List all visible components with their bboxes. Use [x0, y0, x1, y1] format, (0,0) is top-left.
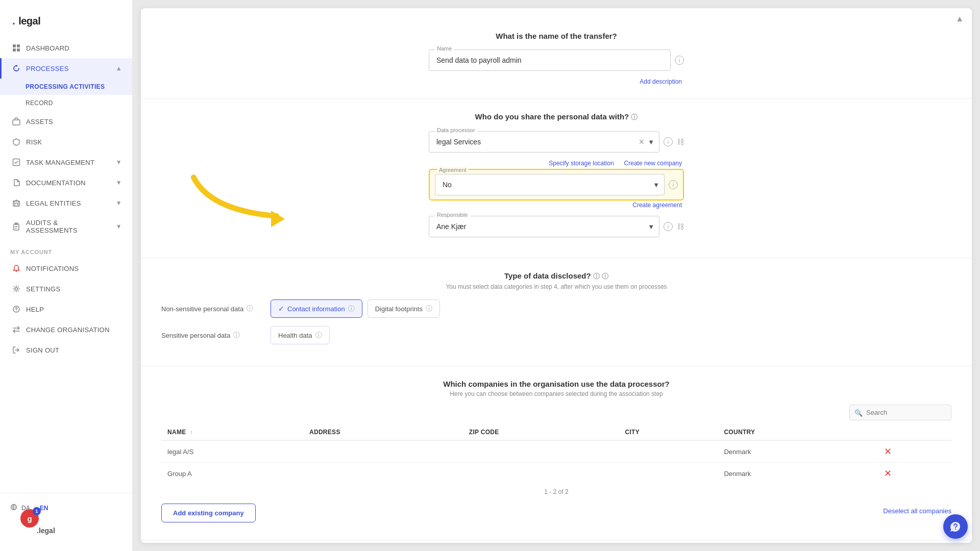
responsible-info-icon[interactable]: i	[664, 222, 673, 231]
company-zip	[463, 440, 619, 463]
chip-digital-footprints[interactable]: Digital footprints ⓘ	[368, 299, 440, 318]
company-zip	[463, 463, 619, 485]
sort-icon: ↑	[190, 429, 193, 435]
svg-point-8	[16, 271, 17, 272]
company-address	[303, 463, 463, 485]
data-type-title: Type of data disclosed? ⓘ ⓘ	[161, 271, 951, 281]
delete-icon[interactable]: ✕	[884, 468, 892, 479]
table-row: legal A/S Denmark ✕	[161, 440, 951, 463]
specify-storage-link[interactable]: Specify storage location	[549, 160, 614, 167]
responsible-select[interactable]: Ane Kjær	[429, 216, 659, 237]
col-city: CITY	[619, 424, 718, 440]
name-label: Name	[435, 45, 454, 52]
sidebar-item-label: LEGAL ENTITIES	[26, 199, 81, 207]
grid-icon	[12, 43, 21, 53]
add-description-link[interactable]: Add description	[429, 78, 684, 85]
data-processor-input[interactable]	[429, 131, 659, 153]
chip-contact-info[interactable]: ✓ Contact information ⓘ	[271, 299, 362, 318]
name-info-icon[interactable]: i	[675, 56, 684, 65]
chevron-down-icon[interactable]: ▼	[648, 223, 654, 231]
clear-icon[interactable]: ✕	[639, 138, 645, 146]
company-name: legal A/S	[161, 440, 303, 463]
sidebar-item-change-org[interactable]: CHANGE ORGANISATION	[0, 319, 132, 340]
delete-icon[interactable]: ✕	[884, 446, 892, 457]
data-type-info[interactable]: ⓘ	[593, 272, 600, 280]
sidebar-item-legal-entities[interactable]: LEGAL ENTITIES ▼	[0, 193, 132, 213]
data-processor-group: Data processor ✕ ▼ i ⛓	[429, 131, 684, 153]
companies-table: NAME ↑ ADDRESS ZIP CODE CITY COUNTRY leg…	[161, 424, 951, 484]
agreement-select[interactable]: No Yes	[435, 174, 665, 195]
processor-info-icon[interactable]: i	[664, 137, 673, 146]
file-icon	[12, 178, 21, 187]
company-address	[303, 440, 463, 463]
collapse-button[interactable]: ▲	[955, 14, 964, 23]
sidebar-item-label: ASSETS	[26, 118, 53, 126]
create-new-link[interactable]: Create new company	[624, 160, 682, 167]
sidebar-item-processing-activities[interactable]: PROCESSING ACTIVITIES	[0, 79, 132, 95]
chevron-down-icon[interactable]: ▼	[648, 138, 654, 146]
svg-rect-7	[14, 224, 19, 230]
sidebar-item-label: SIGN OUT	[26, 346, 59, 354]
chevron-down-icon[interactable]: ▼	[653, 181, 659, 189]
companies-title: Which companies in the organisation use …	[161, 380, 951, 388]
create-agreement-link[interactable]: Create agreement	[429, 202, 684, 209]
name-input[interactable]	[429, 49, 671, 71]
sidebar-item-help[interactable]: HELP	[0, 299, 132, 319]
sidebar-item-label: SETTINGS	[26, 285, 60, 293]
sidebar-item-risk[interactable]: RISK	[0, 132, 132, 152]
swap-icon	[12, 325, 21, 334]
svg-rect-1	[17, 44, 20, 47]
col-name[interactable]: NAME ↑	[161, 424, 303, 440]
user-avatar[interactable]: g 1	[20, 509, 39, 528]
main-content: ▲ What is the name of the transfer? Name…	[133, 0, 980, 551]
sidebar-sub-label: RECORD	[26, 99, 53, 107]
share-title-info[interactable]: ⓘ	[631, 113, 638, 121]
sidebar-item-processes[interactable]: PROCESSES ▲	[0, 58, 132, 79]
deselect-all-link[interactable]: Deselect all companies	[883, 507, 951, 515]
sidebar-item-sign-out[interactable]: SIGN OUT	[0, 340, 132, 360]
svg-point-11	[16, 311, 17, 312]
globe-icon	[10, 504, 17, 512]
company-delete[interactable]: ✕	[878, 440, 951, 463]
chip-info-icon[interactable]: ⓘ	[426, 304, 432, 313]
sidebar-item-documentation[interactable]: DOCUMENTATION ▼	[0, 172, 132, 193]
company-city	[619, 440, 718, 463]
add-existing-company-button[interactable]: Add existing company	[161, 504, 256, 522]
sidebar-bottom: DA | EN g 1 .legal	[0, 493, 132, 551]
responsible-link-icon[interactable]: ⛓	[677, 222, 684, 231]
company-delete[interactable]: ✕	[878, 463, 951, 485]
lang-en[interactable]: EN	[40, 505, 48, 512]
company-city	[619, 463, 718, 485]
col-country: COUNTRY	[718, 424, 878, 440]
building-icon	[12, 198, 21, 208]
non-sensitive-info[interactable]: ⓘ	[247, 304, 253, 313]
processor-sub-links: Specify storage location Create new comp…	[429, 160, 684, 167]
sidebar-nav: DASHBOARD PROCESSES ▲ PROCESSING ACTIVIT…	[0, 38, 132, 493]
chip-info-icon[interactable]: ⓘ	[348, 304, 355, 313]
responsible-input-wrapper: Ane Kjær ▼	[429, 216, 659, 237]
pagination: 1 - 2 of 2	[161, 484, 951, 499]
agreement-group: Agreement No Yes ▼	[429, 169, 684, 201]
sidebar: . legal DASHBOARD PROCESSES ▲ PROCESSING…	[0, 0, 133, 551]
agreement-label: Agreement	[437, 167, 469, 173]
sidebar-item-task-management[interactable]: TASK MANAGEMENT ▼	[0, 152, 132, 172]
sidebar-item-record[interactable]: RECORD	[0, 95, 132, 111]
sensitive-info[interactable]: ⓘ	[233, 331, 240, 340]
sidebar-item-audits[interactable]: AUDITS & ASSESSMENTS ▼	[0, 213, 132, 240]
processor-link-icon[interactable]: ⛓	[677, 138, 684, 146]
company-search-input[interactable]	[849, 405, 951, 420]
chevron-down-icon: ▼	[116, 159, 122, 166]
sidebar-item-assets[interactable]: ASSETS	[0, 111, 132, 132]
bell-icon	[12, 264, 21, 273]
sidebar-item-notifications[interactable]: NOTIFICATIONS	[0, 258, 132, 279]
agreement-info-icon[interactable]: i	[669, 180, 678, 189]
svg-rect-2	[13, 48, 16, 52]
sidebar-item-settings[interactable]: SETTINGS	[0, 279, 132, 299]
help-bubble[interactable]	[943, 514, 968, 539]
chip-info-icon[interactable]: ⓘ	[315, 331, 322, 340]
sidebar-item-label: NOTIFICATIONS	[26, 265, 79, 272]
chip-health-data[interactable]: Health data ⓘ	[271, 326, 330, 344]
sidebar-item-dashboard[interactable]: DASHBOARD	[0, 38, 132, 58]
non-sensitive-label: Non-sensitive personal data ⓘ	[161, 304, 258, 313]
data-processor-label: Data processor	[435, 127, 477, 133]
